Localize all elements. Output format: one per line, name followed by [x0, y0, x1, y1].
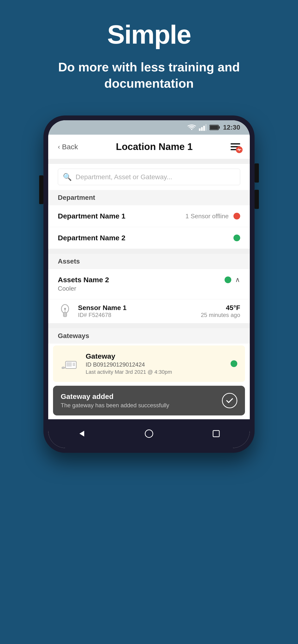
svg-rect-6	[210, 126, 218, 130]
assets-section-title: Assets	[58, 258, 80, 265]
department-2-status	[233, 234, 240, 241]
menu-icon-line-1	[231, 143, 240, 144]
svg-rect-3	[205, 124, 207, 131]
gateways-section-title: Gateways	[58, 332, 89, 340]
menu-button[interactable]	[231, 143, 240, 150]
department-2-info: Department Name 2	[58, 234, 125, 242]
asset-item-1[interactable]: Assets Name 2 Cooler ∧	[48, 269, 250, 324]
gateway-icon	[61, 355, 80, 372]
department-2-status-dot	[233, 234, 240, 241]
svg-rect-12	[66, 362, 72, 366]
department-section-title: Department	[58, 194, 95, 201]
department-1-name: Department Name 1	[58, 212, 125, 220]
gateway-1-name: Gateway	[86, 352, 225, 360]
status-bar: 12:30	[48, 120, 250, 135]
chevron-left-icon: ‹	[58, 143, 60, 151]
status-icons: 12:30	[187, 124, 240, 131]
nav-back-icon	[77, 429, 86, 438]
app-header: ‹ Back Location Name 1	[48, 135, 250, 159]
sensor-device-icon	[59, 304, 71, 318]
checkmark-icon	[225, 396, 234, 405]
volume-up-button	[255, 164, 259, 182]
nav-back-button[interactable]	[75, 426, 89, 441]
gateway-1-info: Gateway ID B091290129012424 Last activit…	[86, 352, 225, 375]
department-item-2[interactable]: Department Name 2	[48, 227, 250, 249]
svg-point-10	[64, 308, 66, 310]
power-button	[39, 176, 43, 204]
search-icon: 🔍	[63, 173, 72, 181]
department-item-1[interactable]: Department Name 1 1 Sensor offline	[48, 205, 250, 227]
gateway-device-icon	[61, 356, 80, 371]
svg-rect-8	[63, 312, 67, 317]
toast-text: Gateway added The gateway has been added…	[61, 392, 217, 409]
hero-title: Simple	[107, 19, 191, 50]
signal-icon	[199, 124, 207, 131]
department-1-status-dot	[233, 213, 240, 220]
sensor-row-1: Sensor Name 1 ID# F524678 45°F 25 minute…	[48, 299, 250, 323]
sensor-1-reading: 45°F 25 minutes ago	[201, 304, 240, 318]
separator-3	[48, 324, 250, 328]
gateway-1-activity: Last activity Mar 3rd 2021 @ 4:30pm	[86, 369, 225, 375]
separator-2	[48, 249, 250, 254]
nav-home-icon	[145, 429, 153, 438]
svg-rect-18	[213, 430, 219, 437]
wifi-icon	[187, 124, 196, 131]
nav-recent-button[interactable]	[209, 426, 223, 441]
search-bar[interactable]: 🔍 Department, Asset or Gateway...	[58, 169, 240, 185]
toast-title: Gateway added	[61, 392, 217, 400]
health-badge	[236, 146, 243, 153]
toast-check-icon	[222, 393, 237, 408]
asset-1-status-dot	[225, 276, 231, 283]
assets-section-header: Assets	[48, 254, 250, 269]
nav-recent-icon	[212, 429, 221, 438]
asset-1-name: Assets Name 2	[58, 276, 109, 284]
sensor-1-time: 25 minutes ago	[201, 312, 240, 318]
department-1-status-text: 1 Sensor offline	[186, 212, 229, 220]
search-input[interactable]: Department, Asset or Gateway...	[76, 173, 172, 181]
back-label: Back	[62, 143, 78, 151]
toast-subtitle: The gateway has been added successfully	[61, 402, 217, 409]
svg-rect-1	[201, 127, 203, 131]
page-title: Location Name 1	[116, 141, 193, 152]
svg-rect-2	[203, 126, 205, 131]
svg-rect-0	[199, 128, 201, 131]
heartbeat-icon	[237, 148, 241, 152]
battery-icon	[209, 124, 220, 130]
asset-1-info: Assets Name 2 Cooler	[58, 276, 109, 292]
status-time: 12:30	[223, 124, 240, 131]
gateway-1-id: ID B091290129012424	[86, 361, 225, 368]
chevron-up-icon: ∧	[235, 276, 240, 284]
asset-1-right: ∧	[225, 276, 240, 284]
nav-home-button[interactable]	[142, 426, 156, 441]
gateway-item-1[interactable]: Gateway ID B091290129012424 Last activit…	[53, 346, 245, 382]
svg-point-17	[145, 430, 153, 438]
svg-rect-5	[219, 126, 220, 129]
hero-subtitle: Do more with less training and documenta…	[0, 59, 298, 92]
sensor-1-id: ID# F524678	[78, 312, 195, 318]
department-1-status: 1 Sensor offline	[186, 212, 240, 220]
sensor-icon	[58, 304, 72, 318]
sensor-1-name: Sensor Name 1	[78, 304, 195, 312]
toast-notification: Gateway added The gateway has been added…	[53, 386, 245, 416]
department-1-info: Department Name 1	[58, 212, 125, 220]
volume-down-button	[255, 190, 259, 209]
sensor-1-temp: 45°F	[201, 304, 240, 312]
separator-1	[48, 159, 250, 164]
department-2-name: Department Name 2	[58, 234, 125, 242]
phone-mockup: 12:30 ‹ Back Location Name 1	[43, 116, 255, 453]
department-section-header: Department	[48, 190, 250, 205]
asset-1-type: Cooler	[58, 285, 109, 292]
gateways-section-header: Gateways	[48, 328, 250, 344]
sensor-1-info: Sensor Name 1 ID# F524678	[78, 304, 195, 318]
hero-section: Simple Do more with less training and do…	[0, 0, 298, 106]
back-button[interactable]: ‹ Back	[58, 143, 78, 151]
bottom-navigation	[48, 419, 250, 448]
gateway-1-status-dot	[231, 360, 237, 367]
search-container: 🔍 Department, Asset or Gateway...	[48, 164, 250, 190]
svg-marker-16	[79, 431, 84, 436]
